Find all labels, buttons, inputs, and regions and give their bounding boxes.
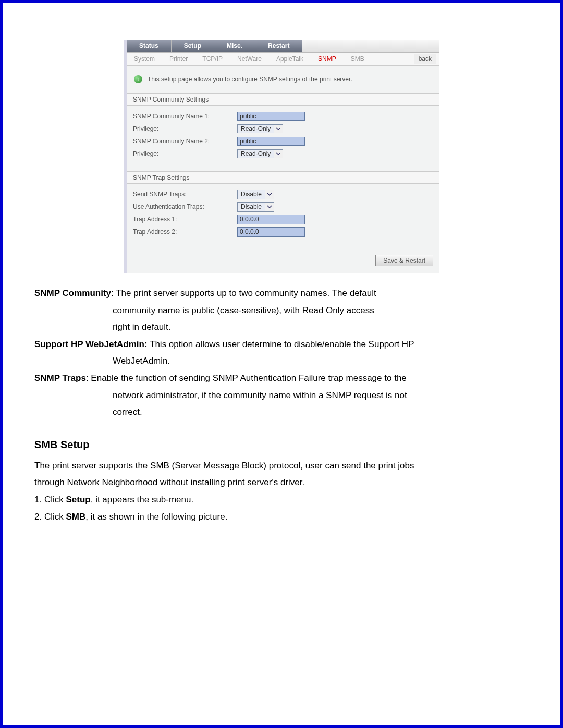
document-body: SNMP Community: The print server support…: [29, 286, 534, 525]
def-snmp-community-line3: right in default.: [34, 319, 529, 336]
info-icon: [134, 75, 142, 83]
subtab-tcpip[interactable]: TCP/IP: [195, 53, 230, 65]
input-community-name-2[interactable]: [237, 137, 305, 146]
tab-setup[interactable]: Setup: [172, 40, 214, 52]
main-tab-bar: Status Setup Misc. Restart: [127, 40, 439, 53]
label-send-traps: Send SNMP Traps:: [133, 191, 237, 198]
heading-smb-setup: SMB Setup: [34, 435, 529, 454]
def-snmp-community-term: SNMP Community: [34, 288, 111, 298]
label-community-name-1: SNMP Community Name 1:: [133, 113, 237, 120]
chevron-down-icon: [265, 190, 274, 199]
subtab-appletalk[interactable]: AppleTalk: [269, 53, 311, 65]
def-hp-line1: This option allows user determine to dis…: [148, 339, 414, 349]
step-1-bold: Setup: [66, 495, 90, 504]
select-privilege-1[interactable]: Read-Only: [237, 124, 283, 133]
step-1-prefix: 1. Click: [34, 495, 66, 504]
smb-paragraph-line2: through Network Neighborhood without ins…: [34, 475, 529, 491]
step-2-bold: SMB: [66, 512, 85, 522]
def-hp-line2: WebJetAdmin.: [34, 353, 529, 369]
select-auth-traps-value: Disable: [238, 203, 265, 211]
select-privilege-2-value: Read-Only: [238, 150, 274, 158]
def-snmp-community-line1: : The print server supports up to two co…: [111, 288, 376, 298]
chevron-down-icon: [265, 203, 274, 211]
input-trap-addr-1[interactable]: [237, 215, 305, 224]
subtab-system[interactable]: System: [127, 53, 162, 65]
label-privilege-1: Privilege:: [133, 125, 237, 132]
label-trap-addr-2: Trap Address 2:: [133, 228, 237, 236]
community-form: SNMP Community Name 1: Privilege: Read-O…: [127, 106, 439, 164]
section-community-header: SNMP Community Settings: [127, 93, 439, 106]
step-2-prefix: 2. Click: [34, 512, 66, 522]
sub-tab-bar: System Printer TCP/IP NetWare AppleTalk …: [127, 53, 439, 66]
save-restart-button[interactable]: Save & Restart: [375, 255, 433, 266]
info-text: This setup page allows you to configure …: [148, 76, 352, 83]
def-hp-term: Support HP WebJetAdmin:: [34, 339, 148, 349]
input-trap-addr-2[interactable]: [237, 227, 305, 237]
printer-admin-screenshot: Status Setup Misc. Restart System Printe…: [124, 40, 439, 273]
chevron-down-icon: [274, 125, 283, 133]
label-community-name-2: SNMP Community Name 2:: [133, 138, 237, 145]
def-traps-line1: : Enable the function of sending SNMP Au…: [86, 373, 407, 383]
page-content: Status Setup Misc. Restart System Printe…: [29, 40, 534, 720]
select-privilege-1-value: Read-Only: [238, 125, 274, 133]
label-trap-addr-1: Trap Address 1:: [133, 216, 237, 223]
step-1-suffix: , it appears the sub-menu.: [91, 495, 194, 504]
document-page: Status Setup Misc. Restart System Printe…: [0, 0, 563, 728]
label-auth-traps: Use Authentication Traps:: [133, 203, 237, 211]
def-traps-term: SNMP Traps: [34, 373, 86, 383]
select-privilege-2[interactable]: Read-Only: [237, 149, 283, 158]
select-send-traps[interactable]: Disable: [237, 190, 274, 199]
def-traps-line3: correct.: [34, 404, 529, 421]
subtab-netware[interactable]: NetWare: [230, 53, 269, 65]
def-snmp-community-line2: community name is public (case-sensitive…: [34, 303, 529, 319]
trap-form: Send SNMP Traps: Disable Use Authenticat…: [127, 184, 439, 242]
label-privilege-2: Privilege:: [133, 150, 237, 157]
info-banner: This setup page allows you to configure …: [127, 66, 439, 93]
input-community-name-1[interactable]: [237, 112, 305, 121]
section-trap-header: SNMP Trap Settings: [127, 171, 439, 184]
tab-status[interactable]: Status: [127, 40, 172, 52]
select-auth-traps[interactable]: Disable: [237, 202, 274, 212]
back-button[interactable]: back: [414, 54, 436, 64]
subtab-printer[interactable]: Printer: [162, 53, 195, 65]
subtab-smb[interactable]: SMB: [344, 53, 372, 65]
smb-paragraph-line1: The print server supports the SMB (Serve…: [34, 458, 529, 474]
select-send-traps-value: Disable: [238, 190, 265, 199]
action-row: Save & Restart: [127, 242, 439, 273]
chevron-down-icon: [274, 150, 283, 158]
tab-restart[interactable]: Restart: [255, 40, 302, 52]
tab-misc[interactable]: Misc.: [214, 40, 255, 52]
subtab-snmp[interactable]: SNMP: [311, 53, 344, 65]
def-traps-line2: network administrator, if the community …: [34, 388, 529, 404]
step-2-suffix: , it as shown in the following picture.: [85, 512, 227, 522]
